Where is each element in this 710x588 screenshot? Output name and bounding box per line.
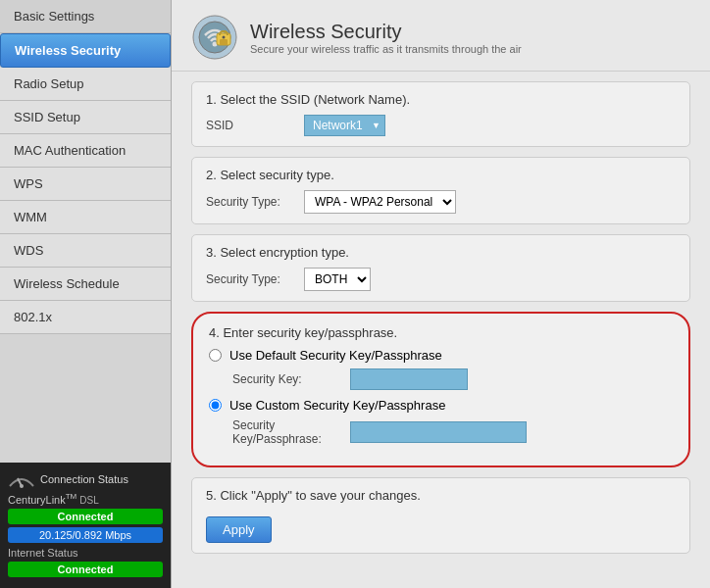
sidebar-item-wmm[interactable]: WMM xyxy=(0,201,171,234)
speedometer-icon xyxy=(8,470,35,488)
custom-key-input-row: Security Key/Passphrase: xyxy=(209,418,673,446)
sidebar-item-wds[interactable]: WDS xyxy=(0,234,171,268)
apply-title: 5. Click "Apply" to save your changes. xyxy=(206,488,676,503)
security-type-form-row: Security Type: WPA - WPA2 Personal WPA P… xyxy=(206,190,676,214)
security-key-section: 4. Enter security key/passphrase. Use De… xyxy=(191,312,690,467)
page-header: Wireless Security Secure your wireless t… xyxy=(172,0,710,72)
sidebar-item-wps[interactable]: WPS xyxy=(0,168,171,201)
custom-key-radio-row: Use Custom Security Key/Passphrase xyxy=(209,398,673,413)
encryption-type-form-row: Security Type: BOTH AES TKIP xyxy=(206,268,676,291)
ssid-form-row: SSID Network1 Network2 xyxy=(206,115,676,136)
security-type-section: 2. Select security type. Security Type: … xyxy=(191,157,690,224)
content-area: 1. Select the SSID (Network Name). SSID … xyxy=(172,72,710,573)
default-key-radio-row: Use Default Security Key/Passphrase xyxy=(209,348,673,363)
ssid-label: SSID xyxy=(206,119,294,132)
sidebar-item-radio-setup[interactable]: Radio Setup xyxy=(0,68,171,101)
sidebar-item-mac-auth[interactable]: MAC Authentication xyxy=(0,134,171,168)
security-type-select[interactable]: WPA - WPA2 Personal WPA Personal WPA2 Pe… xyxy=(304,190,456,214)
encryption-type-label: Security Type: xyxy=(206,272,294,286)
custom-security-key-label: Security Key/Passphrase: xyxy=(232,418,340,446)
ssid-section: 1. Select the SSID (Network Name). SSID … xyxy=(191,81,690,147)
sidebar-item-ssid-setup[interactable]: SSID Setup xyxy=(0,101,171,134)
default-security-key-label: Security Key: xyxy=(232,372,340,386)
sidebar: Basic Settings Wireless Security Radio S… xyxy=(0,0,172,588)
wireless-security-icon xyxy=(191,14,238,61)
svg-rect-6 xyxy=(220,39,228,45)
default-key-input[interactable] xyxy=(350,368,468,390)
page-subtitle: Secure your wireless traffic as it trans… xyxy=(250,43,522,55)
sidebar-item-8021x[interactable]: 802.1x xyxy=(0,301,171,334)
connection-status-title: Connection Status xyxy=(40,473,128,485)
encryption-type-select[interactable]: BOTH AES TKIP xyxy=(304,268,371,291)
ssid-select[interactable]: Network1 Network2 xyxy=(304,115,385,136)
custom-key-input[interactable] xyxy=(350,421,527,443)
internet-connected-badge: Connected xyxy=(8,562,163,577)
security-type-label: Security Type: xyxy=(206,195,294,209)
dsl-connected-badge: Connected xyxy=(8,509,163,524)
sidebar-item-wireless-schedule[interactable]: Wireless Schedule xyxy=(0,268,171,301)
apply-button[interactable]: Apply xyxy=(206,516,272,543)
main-content: Wireless Security Secure your wireless t… xyxy=(172,0,710,588)
page-title: Wireless Security xyxy=(250,21,522,43)
custom-key-label: Use Custom Security Key/Passphrase xyxy=(229,398,445,413)
default-key-radio[interactable] xyxy=(209,349,222,362)
security-type-title: 2. Select security type. xyxy=(206,168,676,182)
svg-point-7 xyxy=(223,36,226,39)
apply-section: 5. Click "Apply" to save your changes. A… xyxy=(191,477,690,554)
isp-name: CenturyLinkTM DSL xyxy=(8,492,163,506)
default-key-input-row: Security Key: xyxy=(209,368,673,390)
ssid-select-wrapper[interactable]: Network1 Network2 xyxy=(304,115,385,136)
custom-key-radio[interactable] xyxy=(209,399,222,412)
default-key-label: Use Default Security Key/Passphrase xyxy=(229,348,442,363)
ssid-section-title: 1. Select the SSID (Network Name). xyxy=(206,92,676,107)
security-key-title: 4. Enter security key/passphrase. xyxy=(209,325,673,340)
speed-badge: 20.125/0.892 Mbps xyxy=(8,527,163,543)
header-text: Wireless Security Secure your wireless t… xyxy=(250,21,522,55)
svg-point-1 xyxy=(20,484,24,488)
sidebar-item-basic-settings[interactable]: Basic Settings xyxy=(0,0,171,33)
encryption-type-title: 3. Select encryption type. xyxy=(206,245,676,260)
connection-status-box: Connection Status CenturyLinkTM DSL Conn… xyxy=(0,463,171,588)
sidebar-item-wireless-security[interactable]: Wireless Security xyxy=(0,33,171,68)
internet-status-label: Internet Status xyxy=(8,547,163,559)
encryption-type-section: 3. Select encryption type. Security Type… xyxy=(191,234,690,302)
